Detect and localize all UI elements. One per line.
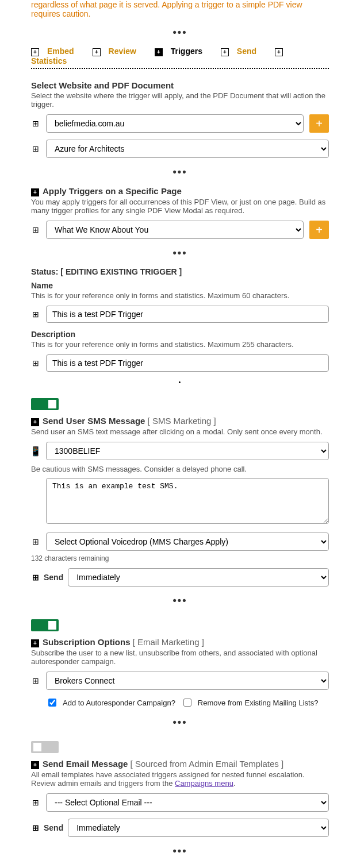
trigger-name-input[interactable] [46,306,329,323]
sms-body-textarea[interactable]: This is an example test SMS. [46,478,329,524]
divider-dots: ••• [31,26,329,38]
page-select[interactable]: What We Know About You [46,221,304,239]
email-template-select[interactable]: --- Select Optional Email --- [46,793,329,812]
trigger-description-input[interactable] [46,354,329,372]
name-title: Name [31,281,329,290]
site-desc: Select the website where the trigger wil… [31,91,329,109]
divider-dots: ••• [31,595,329,607]
sms-toggle[interactable] [31,398,59,410]
sms-caution: Be cautious with SMS messages. Consider … [31,465,329,473]
remove-lists-label: Remove from Existing Mailing Lists? [198,699,319,707]
sms-send-label: Send [31,573,63,582]
voicedrop-select[interactable]: Select Optional Voicedrop (MMS Charges A… [46,533,329,551]
expand-icon[interactable] [31,798,40,807]
plus-icon: + [31,418,39,426]
sms-remaining: 132 characters remaining [31,554,329,562]
divider-dots: ••• [31,845,329,857]
page-title: +Apply Triggers on a Specific Page [31,186,329,196]
expand-icon[interactable] [31,310,40,319]
subscription-toggle[interactable] [31,619,59,631]
expand-icon[interactable] [31,144,40,153]
plus-icon: + [31,639,39,647]
add-page-button[interactable]: + [309,221,329,239]
autoresponder-label: Add to Autoresponder Campaign? [63,699,175,707]
add-website-button[interactable]: + [309,114,329,133]
email-toggle[interactable] [31,741,59,753]
expand-icon[interactable] [31,119,40,128]
tabs-row: +Embed +Review +Triggers +Send +Statisti… [31,47,329,65]
sms-desc: Send user an SMS text message after clic… [31,427,329,436]
phone-icon: 📱 [31,446,40,456]
description-desc: This is for your reference only in forms… [31,340,329,349]
plus-icon: + [31,188,39,196]
expand-icon[interactable] [31,676,40,685]
pdf-select[interactable]: Azure for Architects [46,140,329,158]
status-line: Status: [ EDITING EXISTING TRIGGER ] [31,267,329,276]
email-send-select[interactable]: Immediately [68,819,329,837]
dotted-rule [31,68,329,69]
divider-dots: ••• [31,247,329,259]
email-desc: All email templates have associated trig… [31,770,329,788]
email-title: +Send Email Message [ Sourced from Admin… [31,759,329,769]
expand-icon[interactable] [31,537,40,546]
subscription-desc: Subscribe the user to a new list, unsubs… [31,649,329,666]
page-desc: You may apply triggers for all occurrenc… [31,198,329,215]
sms-title: +Send User SMS Message [ SMS Marketing ] [31,416,329,426]
tab-send[interactable]: +Send [221,47,264,56]
subscription-title: +Subscription Options [ Email Marketing … [31,637,329,647]
email-send-label: Send [31,823,63,832]
autoresponder-checkbox[interactable] [48,699,56,707]
divider-dots: ••• [31,716,329,728]
tab-embed[interactable]: +Embed [31,47,82,56]
tab-review[interactable]: +Review [93,47,144,56]
list-select[interactable]: Brokers Connect [46,672,329,690]
website-select[interactable]: beliefmedia.com.au [46,114,304,133]
site-title: Select Website and PDF Document [31,80,329,90]
expand-icon[interactable] [31,358,40,368]
plus-icon: + [31,761,39,769]
tab-triggers[interactable]: +Triggers [155,47,210,56]
name-desc: This is for your reference only in forms… [31,291,329,300]
remove-lists-checkbox[interactable] [183,699,191,707]
divider-tiny: • [31,379,329,385]
expand-icon[interactable] [31,573,40,582]
campaigns-link[interactable]: Campaigns menu [175,779,233,788]
expand-icon[interactable] [31,225,40,234]
description-title: Description [31,330,329,339]
intro-tail: regardless of what page it is served. Ap… [31,0,329,18]
divider-dots: ••• [31,166,329,178]
expand-icon[interactable] [31,823,40,832]
sms-send-select[interactable]: Immediately [68,568,329,587]
sms-from-select[interactable]: 1300BELIEF [46,442,329,460]
